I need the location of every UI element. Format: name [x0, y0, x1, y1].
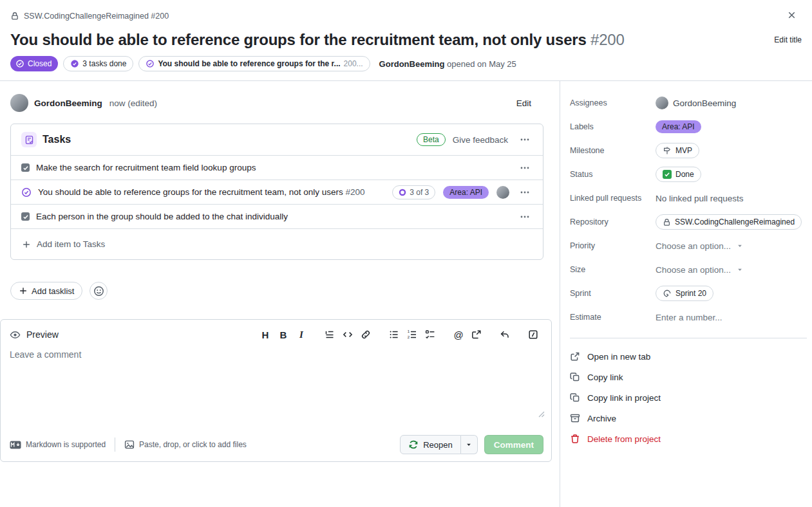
repository-pill[interactable]: SSW.CodingChallengeReimagined	[656, 214, 802, 230]
check-circle-icon	[15, 59, 24, 68]
slash-commands-button[interactable]	[524, 326, 542, 344]
comment-input[interactable]	[10, 349, 542, 425]
size-select[interactable]: Choose an option...	[656, 265, 743, 275]
close-button[interactable]	[787, 10, 797, 20]
add-reaction-button[interactable]	[90, 282, 108, 300]
assignee-value[interactable]: GordonBeeming	[656, 97, 736, 109]
avatar[interactable]	[10, 94, 28, 112]
markdown-hint[interactable]: Markdown is supported	[10, 440, 106, 449]
unordered-list-button[interactable]	[385, 326, 403, 344]
field-status: Status Done	[570, 167, 807, 182]
delete-from-project-item[interactable]: Delete from project	[570, 429, 807, 449]
reopen-split-button: Reopen	[400, 435, 478, 454]
preview-tab[interactable]: Preview	[10, 329, 59, 340]
kebab-icon	[520, 163, 530, 173]
add-tasklist-button[interactable]: Add tasklist	[10, 282, 82, 300]
reply-button[interactable]	[496, 326, 514, 344]
task-menu-button[interactable]	[517, 210, 533, 223]
task-menu-button[interactable]	[517, 186, 533, 199]
priority-select[interactable]: Choose an option...	[656, 241, 743, 251]
field-sprint: Sprint Sprint 20	[570, 286, 807, 301]
edit-comment-button[interactable]: Edit	[516, 98, 531, 108]
task-row: Make the search for recruitment team fie…	[11, 155, 543, 180]
cross-reference-button[interactable]	[467, 326, 486, 344]
tasks-done-badge: 3 tasks done	[63, 56, 133, 71]
plus-icon	[19, 286, 28, 295]
kebab-icon	[520, 134, 530, 145]
issue-number: #200	[590, 31, 625, 48]
copy-link-in-project-item[interactable]: Copy link in project	[570, 387, 807, 408]
task-list-icon	[425, 329, 435, 340]
label-area-api[interactable]: Area: API	[656, 120, 701, 133]
attach-files-hint[interactable]: Paste, drop, or click to add files	[124, 439, 247, 450]
task-row: Each person in the group should be added…	[11, 204, 543, 228]
sidebar-menu: Open in new tab Copy link Copy link in p…	[570, 346, 807, 449]
sprint-pill[interactable]: Sprint 20	[656, 286, 713, 301]
caret-down-icon	[466, 441, 472, 448]
comment-timestamp: now (edited)	[109, 98, 157, 108]
kebab-icon	[520, 212, 530, 222]
label-area-api[interactable]: Area: API	[443, 186, 489, 199]
beta-badge: Beta	[417, 133, 446, 146]
add-item-to-tasks-button[interactable]: Add item to Tasks	[11, 228, 543, 259]
sidebar-divider	[570, 338, 807, 338]
breadcrumb-repo-ref: SSW.CodingChallengeReimagined #200	[24, 12, 169, 21]
task-menu-button[interactable]	[517, 161, 533, 174]
editor-toolbar: H B I	[256, 326, 542, 344]
resize-gripper-icon[interactable]	[538, 411, 545, 418]
mention-button[interactable]: @	[449, 326, 467, 344]
tasklist-icon	[21, 132, 37, 147]
smiley-icon	[93, 286, 104, 297]
milestone-pill[interactable]: MVP	[656, 143, 699, 158]
tasklist-menu-button[interactable]	[517, 133, 533, 146]
code-icon	[343, 329, 353, 340]
field-size: Size Choose an option...	[570, 262, 807, 277]
divider	[115, 438, 115, 452]
task-list-button[interactable]	[421, 326, 439, 344]
archive-item[interactable]: Archive	[570, 408, 807, 429]
main-column: GordonBeeming now (edited) Edit Tasks Be…	[0, 81, 560, 507]
status-pill[interactable]: Done	[656, 167, 701, 182]
assignee-avatar[interactable]	[656, 97, 668, 109]
link-icon	[361, 329, 371, 340]
close-icon	[787, 10, 797, 20]
tasklist-card: Tasks Beta Give feedback Make the search…	[10, 124, 543, 260]
edit-title-button[interactable]: Edit title	[774, 30, 802, 44]
ordered-list-button[interactable]: 12	[403, 326, 421, 344]
issue-title: You should be able to reference groups f…	[10, 30, 625, 50]
reopen-button[interactable]: Reopen	[400, 435, 461, 454]
task-checkbox-checked[interactable]	[21, 163, 30, 172]
give-feedback-link[interactable]: Give feedback	[453, 135, 508, 145]
mention-icon: @	[453, 329, 463, 340]
field-assignees: Assignees GordonBeeming	[570, 95, 807, 111]
copy-icon	[570, 392, 580, 403]
italic-icon: I	[299, 329, 303, 340]
kebab-icon	[520, 187, 530, 198]
link-button[interactable]	[357, 326, 375, 344]
bold-button[interactable]: B	[274, 326, 292, 344]
comment-editor: Preview H B I	[0, 319, 552, 462]
ordered-list-icon: 12	[407, 329, 417, 340]
external-link-icon	[570, 351, 580, 362]
task-checkbox-checked[interactable]	[21, 212, 30, 221]
comment-submit-button[interactable]: Comment	[484, 435, 543, 454]
estimate-input[interactable]: Enter a number...	[656, 313, 722, 322]
lock-icon	[663, 218, 671, 226]
comment-author[interactable]: GordonBeeming	[34, 98, 102, 108]
assignee-avatar[interactable]	[496, 186, 509, 199]
bold-icon: B	[280, 329, 287, 340]
quote-button[interactable]	[321, 326, 339, 344]
check-circle-fill-icon	[70, 59, 79, 68]
reopen-options-button[interactable]	[461, 435, 478, 454]
tracked-in-pill[interactable]: You should be able to reference groups f…	[138, 56, 370, 71]
code-button[interactable]	[339, 326, 357, 344]
task-issue-link[interactable]: You should be able to reference groups f…	[38, 187, 365, 197]
italic-button[interactable]: I	[292, 326, 310, 344]
copy-link-item[interactable]: Copy link	[570, 367, 807, 387]
caret-down-icon	[737, 243, 743, 249]
quote-icon	[325, 329, 335, 340]
status-badge-closed: Closed	[10, 56, 58, 71]
heading-button[interactable]: H	[256, 326, 274, 344]
author-link[interactable]: GordonBeeming	[379, 59, 445, 69]
open-in-new-tab-item[interactable]: Open in new tab	[570, 346, 807, 367]
